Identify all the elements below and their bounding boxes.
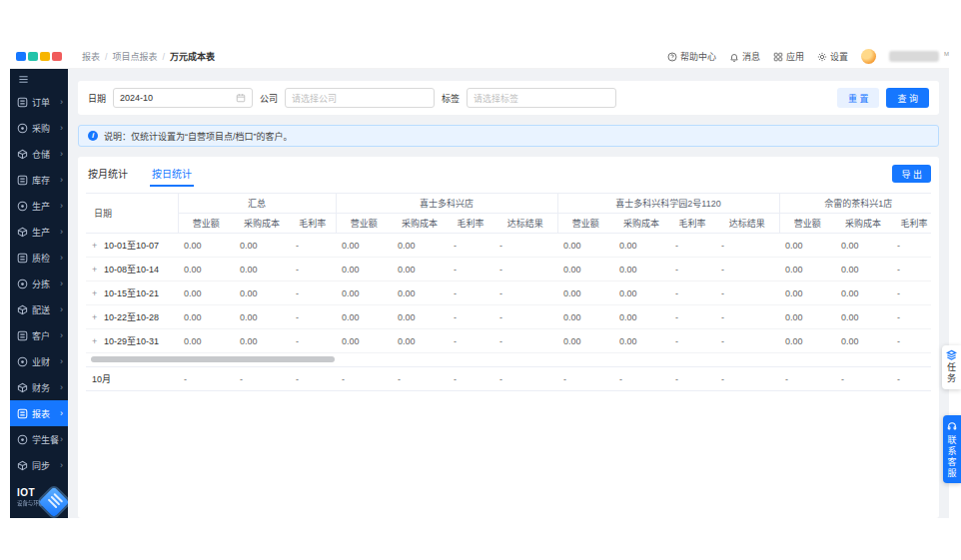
sidebar-item-finance[interactable]: 财务›	[10, 374, 68, 400]
value-cell: -	[715, 234, 779, 258]
logo-shape	[28, 52, 38, 61]
value-cell: -	[669, 305, 715, 329]
sidebar-item-production[interactable]: 生产›	[10, 193, 68, 219]
value-cell: -	[891, 234, 931, 258]
value-cell: -	[891, 258, 931, 281]
avatar[interactable]	[861, 49, 876, 64]
chevron-right-icon: ›	[60, 201, 63, 211]
app-logo[interactable]	[10, 45, 68, 68]
expand-icon[interactable]: +	[92, 265, 101, 275]
tag-label: 标签	[442, 92, 460, 105]
delivery-icon	[17, 304, 28, 315]
reset-button[interactable]: 重 置	[837, 88, 880, 108]
tab-monthly-stats[interactable]: 按月统计	[86, 159, 130, 187]
tabs-right: 导 出	[892, 164, 931, 188]
sidebar-item-sync[interactable]: 同步›	[10, 452, 68, 478]
apps-link[interactable]: 应用	[773, 50, 804, 63]
sidebar-item-delivery[interactable]: 配送›	[10, 296, 68, 322]
table-row: +10-15至10-210.000.00-0.000.00--0.000.00-…	[86, 281, 931, 305]
summary-value-cell: -	[290, 367, 336, 391]
sidebar-item-sorting[interactable]: 分拣›	[10, 271, 68, 296]
sidebar-item-orders[interactable]: 订单›	[10, 89, 68, 115]
help-center-link[interactable]: 帮助中心	[667, 50, 716, 63]
sidebar: 订单›采购›仓储›库存›生产›生产›质检›分拣›配送›客户›业财›财务›报表›学…	[10, 69, 68, 518]
value-cell: -	[290, 329, 336, 353]
sidebar-item-student-meals[interactable]: 学生餐›	[10, 426, 68, 452]
tab-daily-stats[interactable]: 按日统计	[150, 159, 194, 187]
sidebar-item-procurement[interactable]: 采购›	[10, 115, 68, 141]
calendar-icon	[236, 93, 246, 103]
expand-icon[interactable]: +	[92, 336, 101, 346]
expand-icon[interactable]: +	[92, 288, 101, 298]
logo-shape	[52, 52, 62, 61]
orders-icon	[17, 97, 28, 108]
summary-value-cell: -	[178, 367, 234, 391]
date-label: 日期	[88, 92, 106, 105]
breadcrumb-item-project-reports[interactable]: 项目点报表	[113, 50, 158, 63]
group-header: 佘雷的茶科兴1店	[779, 194, 931, 214]
expand-icon[interactable]: +	[92, 312, 101, 322]
table-card: 按月统计按日统计 导 出 日期汇总喜士多科兴店喜士多科兴科学园2号1120佘雷的…	[78, 157, 939, 518]
value-cell: -	[448, 329, 493, 353]
expand-icon[interactable]: +	[92, 241, 101, 251]
col-header-date: 日期	[86, 194, 178, 234]
value-cell: 0.00	[779, 234, 835, 258]
date-cell: +10-01至10-07	[86, 234, 178, 258]
value-cell: 0.00	[178, 234, 234, 258]
value-cell: 0.00	[234, 305, 290, 329]
sidebar-item-inventory[interactable]: 库存›	[10, 167, 68, 193]
horizontal-scrollbar: ‹ ›	[86, 353, 931, 366]
value-cell: -	[891, 329, 931, 353]
value-cell: 0.00	[392, 258, 448, 281]
value-cell: 0.00	[178, 305, 234, 329]
value-cell: 0.00	[392, 329, 448, 353]
sidebar-item-label: 同步	[32, 459, 50, 472]
chevron-right-icon: ›	[60, 304, 63, 314]
col-header: 营业额	[178, 214, 234, 234]
task-widget[interactable]: 任务	[942, 345, 961, 389]
value-cell: 0.00	[336, 305, 392, 329]
contact-support-widget[interactable]: 联系客服	[943, 415, 961, 483]
sidebar-item-label: 配送	[32, 303, 50, 316]
sidebar-item-reports[interactable]: 报表›	[10, 400, 68, 426]
value-cell: -	[290, 258, 336, 281]
value-cell: -	[493, 234, 557, 258]
scrollbar-thumb[interactable]	[91, 356, 335, 362]
corner-badge: M	[944, 51, 949, 57]
chevron-right-icon: ›	[60, 175, 63, 185]
value-cell: 0.00	[557, 234, 613, 258]
breadcrumb-item-reports[interactable]: 报表	[82, 50, 100, 63]
bell-icon	[729, 52, 739, 62]
value-cell: -	[493, 305, 557, 329]
sidebar-item-production-2[interactable]: 生产›	[10, 219, 68, 245]
sidebar-item-label: 业财	[32, 355, 50, 368]
sidebar-item-label: 财务	[32, 381, 50, 394]
sidebar-item-quality[interactable]: 质检›	[10, 245, 68, 271]
sidebar-item-customers[interactable]: 客户›	[10, 322, 68, 348]
value-cell: 0.00	[392, 281, 448, 305]
value-cell: -	[493, 329, 557, 353]
chevron-right-icon: ›	[60, 460, 63, 470]
value-cell: 0.00	[779, 305, 835, 329]
topbar-actions: 帮助中心 消息 应用 设置 M	[667, 49, 949, 64]
value-cell: -	[669, 329, 715, 353]
date-input[interactable]: 2024-10	[113, 88, 253, 108]
date-range: 10-22至10-28	[104, 312, 159, 322]
export-button[interactable]: 导 出	[892, 165, 931, 183]
sidebar-item-biz-finance[interactable]: 业财›	[10, 348, 68, 374]
cost-table: 日期汇总喜士多科兴店喜士多科兴科学园2号1120佘雷的茶科兴1店营业额采购成本毛…	[86, 193, 931, 353]
tag-select[interactable]: 请选择标签	[467, 88, 616, 108]
value-cell: 0.00	[557, 305, 613, 329]
company-select[interactable]: 请选择公司	[285, 88, 435, 108]
company-label: 公司	[260, 92, 278, 105]
headset-icon	[947, 421, 957, 431]
date-range: 10-29至10-31	[104, 336, 159, 346]
sidebar-item-label: 订单	[32, 96, 50, 109]
summary-value-cell: -	[336, 367, 392, 391]
messages-link[interactable]: 消息	[729, 50, 760, 63]
value-cell: -	[669, 281, 715, 305]
settings-link[interactable]: 设置	[817, 50, 848, 63]
sidebar-toggle[interactable]	[10, 69, 68, 89]
query-button[interactable]: 查 询	[886, 88, 929, 108]
sidebar-item-warehouse[interactable]: 仓储›	[10, 141, 68, 167]
